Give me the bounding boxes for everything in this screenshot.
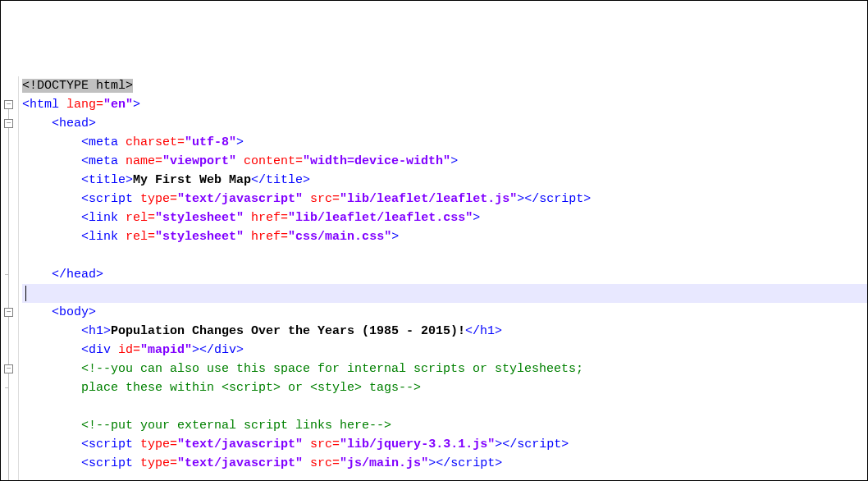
line-content: <link rel="stylesheet" href="lib/leaflet…	[22, 211, 480, 225]
token-str: "js/main.js"	[340, 456, 428, 470]
token-tag: <body>	[52, 305, 96, 319]
token-str: "lib/leaflet/leaflet.css"	[288, 211, 473, 225]
code-line[interactable]: place these within <script> or <style> t…	[22, 378, 867, 397]
token-str: "stylesheet"	[155, 211, 244, 225]
line-content: <!DOCTYPE html>	[22, 79, 133, 93]
code-line[interactable]: <meta charset="utf-8">	[22, 133, 867, 152]
token-str: "utf-8"	[185, 135, 236, 149]
token-str: "text/javascript"	[177, 192, 303, 206]
code-line[interactable]: <link rel="stylesheet" href="css/main.cs…	[22, 227, 867, 246]
token-str: "stylesheet"	[155, 230, 244, 244]
token-str: "en"	[103, 98, 133, 112]
code-line[interactable]: <script type="text/javascript" src="lib/…	[22, 190, 867, 208]
code-line[interactable]: <body>	[22, 303, 867, 322]
code-line[interactable]: <!--put your external script links here-…	[22, 416, 867, 435]
token-attr: name=	[126, 154, 162, 168]
token-tag: </title>	[251, 173, 310, 187]
line-content: <h1>Population Changes Over the Years (1…	[22, 324, 502, 338]
token-attr: type=	[140, 437, 177, 451]
text-caret	[25, 286, 26, 301]
fold-toggle[interactable]: −	[4, 364, 13, 373]
token-str: "viewport"	[162, 154, 236, 168]
token-attr: type=	[140, 456, 177, 470]
line-content: <script type="text/javascript" src="js/m…	[22, 456, 502, 470]
token-tag: <title>	[81, 173, 133, 187]
code-line[interactable]: <!DOCTYPE html>	[22, 76, 867, 95]
token-str: "css/main.css"	[288, 230, 391, 244]
token-txt: My First Web Map	[133, 173, 251, 187]
token-tag	[244, 211, 251, 225]
token-str: "lib/leaflet/leaflet.js"	[340, 192, 517, 206]
token-str: "text/javascript"	[177, 437, 303, 451]
code-line[interactable]: <div id="mapid"></div>	[22, 341, 867, 360]
code-line[interactable]	[22, 284, 867, 303]
fold-end-tick	[5, 274, 9, 275]
token-attr: href=	[251, 230, 288, 244]
token-tag: <script	[81, 437, 140, 451]
token-attr: src=	[310, 192, 340, 206]
token-tag: <script	[81, 456, 140, 470]
code-line[interactable]: <head>	[22, 114, 867, 133]
code-line[interactable]: <script type="text/javascript" src="js/m…	[22, 454, 867, 473]
token-cmt: <!--put your external script links here-…	[81, 419, 391, 433]
token-hl-sel: <!DOCTYPE html>	[22, 79, 133, 93]
token-attr: src=	[310, 456, 340, 470]
token-tag: <meta	[81, 154, 126, 168]
token-tag: <div	[81, 343, 118, 357]
token-txt: Population Changes Over the Years (1985 …	[111, 324, 465, 338]
token-str: "mapid"	[140, 343, 192, 357]
token-attr: content=	[244, 154, 303, 168]
token-tag: ></script>	[428, 456, 502, 470]
token-attr: href=	[251, 211, 288, 225]
line-content: <head>	[22, 117, 96, 131]
token-str: "width=device-width"	[303, 154, 450, 168]
code-line[interactable]	[22, 246, 867, 265]
code-line[interactable]: </head>	[22, 265, 867, 284]
line-content: <html lang="en">	[22, 98, 140, 112]
line-content: <link rel="stylesheet" href="css/main.cs…	[22, 230, 399, 244]
code-line[interactable]: <h1>Population Changes Over the Years (1…	[22, 322, 867, 341]
token-attr: rel=	[126, 230, 155, 244]
code-line[interactable]: <script type="text/javascript" src="lib/…	[22, 435, 867, 454]
token-tag: >	[473, 211, 480, 225]
line-content: <div id="mapid"></div>	[22, 343, 244, 357]
fold-toggle[interactable]: −	[4, 308, 13, 317]
token-tag: ></script>	[495, 437, 569, 451]
code-line[interactable]: <html lang="en">	[22, 95, 867, 114]
line-content: </head>	[22, 268, 103, 282]
token-tag: ></script>	[517, 192, 591, 206]
code-line[interactable]: <title>My First Web Map</title>	[22, 171, 867, 190]
line-content: <meta name="viewport" content="width=dev…	[22, 154, 458, 168]
code-line[interactable]: <link rel="stylesheet" href="lib/leaflet…	[22, 208, 867, 227]
line-content: <!--you can also use this space for inte…	[22, 362, 583, 376]
line-content: <!--put your external script links here-…	[22, 419, 391, 433]
token-attr: type=	[140, 192, 177, 206]
line-content: <body>	[22, 305, 96, 319]
token-attr: lang=	[66, 98, 103, 112]
token-tag	[303, 192, 310, 206]
code-editor[interactable]: −−−− <!DOCTYPE html><html lang="en"> <he…	[1, 76, 867, 481]
current-line-highlight	[22, 284, 867, 303]
token-tag	[303, 456, 310, 470]
line-content: <script type="text/javascript" src="lib/…	[22, 437, 569, 451]
token-str: "text/javascript"	[177, 456, 303, 470]
token-tag: >	[236, 135, 244, 149]
token-attr: id=	[118, 343, 140, 357]
fold-toggle[interactable]: −	[4, 119, 13, 128]
fold-toggle[interactable]: −	[4, 100, 13, 109]
token-tag: <meta	[81, 135, 126, 149]
code-line[interactable]: <!--you can also use this space for inte…	[22, 360, 867, 378]
code-line[interactable]	[22, 473, 867, 481]
code-line[interactable]	[22, 397, 867, 416]
code-line[interactable]: <meta name="viewport" content="width=dev…	[22, 152, 867, 171]
token-tag: <script	[81, 192, 140, 206]
fold-gutter[interactable]: −−−−	[1, 76, 19, 481]
token-cmt: <!--you can also use this space for inte…	[81, 362, 583, 376]
token-tag: </h1>	[465, 324, 502, 338]
token-tag: >	[133, 98, 140, 112]
token-tag: >	[391, 230, 399, 244]
token-tag: </head>	[52, 268, 103, 282]
token-attr: src=	[310, 437, 340, 451]
token-cmt: place these within <script> or <style> t…	[81, 381, 421, 395]
code-area[interactable]: <!DOCTYPE html><html lang="en"> <head> <…	[19, 76, 867, 481]
